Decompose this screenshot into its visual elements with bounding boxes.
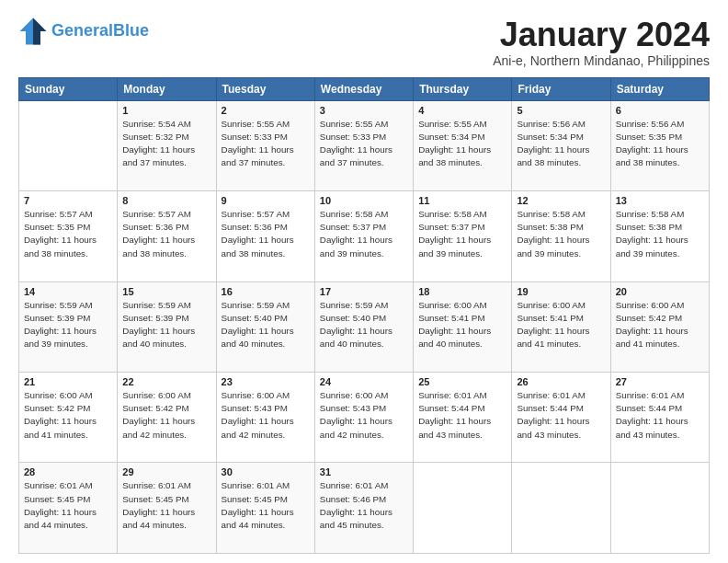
day-info: Sunrise: 6:00 AM Sunset: 5:42 PM Dayligh…: [24, 389, 112, 442]
day-info: Sunrise: 6:00 AM Sunset: 5:43 PM Dayligh…: [320, 389, 408, 442]
day-info: Sunrise: 6:01 AM Sunset: 5:44 PM Dayligh…: [517, 389, 605, 442]
day-number: 17: [320, 286, 408, 297]
day-number: 12: [517, 195, 605, 206]
day-of-week-sunday: Sunday: [19, 77, 118, 100]
day-number: 11: [418, 195, 506, 206]
calendar-cell: [512, 463, 610, 554]
day-number: 4: [418, 105, 506, 116]
calendar-cell: 2Sunrise: 5:55 AM Sunset: 5:33 PM Daylig…: [216, 100, 314, 190]
calendar-cell: 7Sunrise: 5:57 AM Sunset: 5:35 PM Daylig…: [19, 191, 118, 282]
calendar-cell: 25Sunrise: 6:01 AM Sunset: 5:44 PM Dayli…: [414, 373, 512, 463]
day-info: Sunrise: 6:01 AM Sunset: 5:45 PM Dayligh…: [122, 479, 210, 532]
calendar-cell: 26Sunrise: 6:01 AM Sunset: 5:44 PM Dayli…: [512, 373, 610, 463]
day-of-week-thursday: Thursday: [414, 77, 512, 100]
day-number: 6: [616, 105, 704, 116]
day-info: Sunrise: 6:00 AM Sunset: 5:43 PM Dayligh…: [222, 389, 310, 442]
calendar-cell: [19, 100, 118, 190]
day-number: 15: [122, 286, 210, 297]
day-number: 14: [24, 286, 112, 297]
day-info: Sunrise: 6:00 AM Sunset: 5:42 PM Dayligh…: [122, 389, 210, 442]
day-number: 23: [222, 376, 310, 387]
calendar-cell: 10Sunrise: 5:58 AM Sunset: 5:37 PM Dayli…: [314, 191, 413, 282]
day-info: Sunrise: 6:01 AM Sunset: 5:45 PM Dayligh…: [222, 479, 310, 532]
day-info: Sunrise: 5:59 AM Sunset: 5:39 PM Dayligh…: [122, 299, 210, 351]
calendar-cell: 3Sunrise: 5:55 AM Sunset: 5:33 PM Daylig…: [314, 100, 413, 190]
day-of-week-wednesday: Wednesday: [314, 77, 413, 100]
calendar-cell: 30Sunrise: 6:01 AM Sunset: 5:45 PM Dayli…: [216, 463, 314, 554]
day-info: Sunrise: 5:57 AM Sunset: 5:36 PM Dayligh…: [222, 208, 310, 260]
day-number: 27: [616, 376, 704, 387]
day-number: 31: [320, 466, 408, 477]
day-info: Sunrise: 6:01 AM Sunset: 5:44 PM Dayligh…: [418, 389, 506, 442]
calendar-cell: 19Sunrise: 6:00 AM Sunset: 5:41 PM Dayli…: [512, 282, 610, 372]
day-of-week-monday: Monday: [118, 77, 216, 100]
day-number: 2: [222, 105, 310, 116]
calendar-cell: [414, 463, 512, 554]
calendar-cell: 12Sunrise: 5:58 AM Sunset: 5:38 PM Dayli…: [512, 191, 610, 282]
day-number: 7: [24, 195, 112, 206]
day-number: 26: [517, 376, 605, 387]
day-info: Sunrise: 5:55 AM Sunset: 5:33 PM Dayligh…: [320, 118, 408, 170]
day-info: Sunrise: 5:58 AM Sunset: 5:37 PM Dayligh…: [418, 208, 506, 260]
day-info: Sunrise: 5:54 AM Sunset: 5:32 PM Dayligh…: [122, 118, 210, 170]
calendar-cell: 13Sunrise: 5:58 AM Sunset: 5:38 PM Dayli…: [610, 191, 709, 282]
day-info: Sunrise: 5:58 AM Sunset: 5:38 PM Dayligh…: [517, 208, 605, 260]
header: GeneralBlue January 2024 Ani-e, Northern…: [18, 17, 710, 68]
day-info: Sunrise: 6:01 AM Sunset: 5:46 PM Dayligh…: [320, 479, 408, 532]
day-of-week-saturday: Saturday: [610, 77, 709, 100]
day-number: 9: [222, 195, 310, 206]
day-number: 24: [320, 376, 408, 387]
calendar-cell: 20Sunrise: 6:00 AM Sunset: 5:42 PM Dayli…: [610, 282, 709, 372]
calendar-week-4: 21Sunrise: 6:00 AM Sunset: 5:42 PM Dayli…: [19, 373, 710, 463]
day-number: 3: [320, 105, 408, 116]
day-info: Sunrise: 6:00 AM Sunset: 5:41 PM Dayligh…: [418, 299, 506, 351]
calendar-cell: 22Sunrise: 6:00 AM Sunset: 5:42 PM Dayli…: [118, 373, 216, 463]
logo-icon: [18, 17, 48, 46]
day-info: Sunrise: 5:59 AM Sunset: 5:40 PM Dayligh…: [222, 299, 310, 351]
day-of-week-friday: Friday: [512, 77, 610, 100]
day-number: 1: [122, 105, 210, 116]
day-info: Sunrise: 5:58 AM Sunset: 5:37 PM Dayligh…: [320, 208, 408, 260]
day-number: 16: [222, 286, 310, 297]
svg-marker-1: [33, 18, 46, 45]
calendar-cell: 24Sunrise: 6:00 AM Sunset: 5:43 PM Dayli…: [314, 373, 413, 463]
day-of-week-row: SundayMondayTuesdayWednesdayThursdayFrid…: [19, 77, 710, 100]
day-number: 19: [517, 286, 605, 297]
logo-text: GeneralBlue: [51, 22, 149, 40]
calendar-cell: 5Sunrise: 5:56 AM Sunset: 5:34 PM Daylig…: [512, 100, 610, 190]
day-info: Sunrise: 5:57 AM Sunset: 5:35 PM Dayligh…: [24, 208, 112, 260]
day-number: 21: [24, 376, 112, 387]
day-info: Sunrise: 6:00 AM Sunset: 5:41 PM Dayligh…: [517, 299, 605, 351]
logo: GeneralBlue: [18, 17, 149, 46]
calendar-cell: 21Sunrise: 6:00 AM Sunset: 5:42 PM Dayli…: [19, 373, 118, 463]
day-number: 10: [320, 195, 408, 206]
day-info: Sunrise: 6:01 AM Sunset: 5:45 PM Dayligh…: [24, 479, 112, 532]
day-info: Sunrise: 6:00 AM Sunset: 5:42 PM Dayligh…: [616, 299, 704, 351]
location: Ani-e, Northern Mindanao, Philippines: [493, 53, 710, 68]
logo-line1: General: [51, 21, 113, 40]
page: GeneralBlue January 2024 Ani-e, Northern…: [0, 0, 728, 563]
calendar-cell: 16Sunrise: 5:59 AM Sunset: 5:40 PM Dayli…: [216, 282, 314, 372]
day-of-week-tuesday: Tuesday: [216, 77, 314, 100]
calendar-header: SundayMondayTuesdayWednesdayThursdayFrid…: [19, 77, 710, 100]
calendar-cell: 17Sunrise: 5:59 AM Sunset: 5:40 PM Dayli…: [314, 282, 413, 372]
month-title: January 2024: [493, 17, 710, 53]
day-number: 8: [122, 195, 210, 206]
calendar-cell: 31Sunrise: 6:01 AM Sunset: 5:46 PM Dayli…: [314, 463, 413, 554]
day-number: 13: [616, 195, 704, 206]
calendar-cell: 4Sunrise: 5:55 AM Sunset: 5:34 PM Daylig…: [414, 100, 512, 190]
calendar-cell: 29Sunrise: 6:01 AM Sunset: 5:45 PM Dayli…: [118, 463, 216, 554]
day-info: Sunrise: 5:59 AM Sunset: 5:39 PM Dayligh…: [24, 299, 112, 351]
day-number: 30: [222, 466, 310, 477]
day-number: 29: [122, 466, 210, 477]
calendar-cell: 14Sunrise: 5:59 AM Sunset: 5:39 PM Dayli…: [19, 282, 118, 372]
calendar-week-1: 1Sunrise: 5:54 AM Sunset: 5:32 PM Daylig…: [19, 100, 710, 190]
day-number: 28: [24, 466, 112, 477]
calendar-cell: [610, 463, 709, 554]
day-info: Sunrise: 5:57 AM Sunset: 5:36 PM Dayligh…: [122, 208, 210, 260]
day-info: Sunrise: 5:59 AM Sunset: 5:40 PM Dayligh…: [320, 299, 408, 351]
calendar-week-3: 14Sunrise: 5:59 AM Sunset: 5:39 PM Dayli…: [19, 282, 710, 372]
calendar-cell: 23Sunrise: 6:00 AM Sunset: 5:43 PM Dayli…: [216, 373, 314, 463]
calendar-cell: 6Sunrise: 5:56 AM Sunset: 5:35 PM Daylig…: [610, 100, 709, 190]
calendar-cell: 1Sunrise: 5:54 AM Sunset: 5:32 PM Daylig…: [118, 100, 216, 190]
